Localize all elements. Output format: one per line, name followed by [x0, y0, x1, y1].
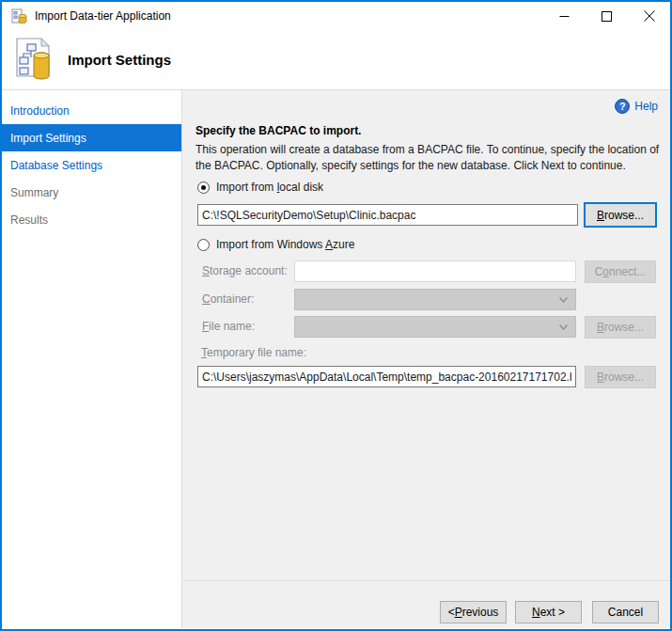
wizard-body: Introduction Import Settings Database Se…: [2, 90, 670, 628]
window-title: Import Data-tier Application: [35, 2, 171, 30]
sidebar-item-import-settings[interactable]: Import Settings: [2, 124, 181, 151]
file-name-label: File name:: [202, 320, 255, 333]
previous-button[interactable]: < Previous: [440, 601, 507, 623]
import-settings-panel: ? Help Specify the BACPAC to import. Thi…: [182, 90, 670, 628]
minimize-icon: [559, 11, 570, 22]
chevron-down-icon: [559, 297, 568, 303]
next-button[interactable]: Next >: [515, 601, 582, 623]
page-title: Import Settings: [68, 52, 171, 68]
browse-file-name-button: Browse...: [585, 316, 656, 339]
container-dropdown: [294, 289, 576, 310]
radio-azure-label: Import from Windows Azure: [216, 238, 354, 251]
storage-account-label: Storage account:: [202, 264, 288, 277]
close-icon: [644, 10, 655, 22]
temporary-file-name-label: Temporary file name:: [201, 346, 306, 359]
dac-package-icon: [11, 8, 27, 24]
maximize-button[interactable]: [586, 2, 628, 30]
chevron-down-icon: [559, 324, 568, 330]
sidebar-item-results: Results: [2, 206, 181, 233]
section-heading: Specify the BACPAC to import.: [195, 124, 361, 137]
close-button[interactable]: [628, 2, 670, 30]
temporary-file-name-input[interactable]: [197, 366, 576, 387]
sidebar-item-database-settings[interactable]: Database Settings: [2, 151, 181, 179]
browse-local-button[interactable]: Browse...: [584, 202, 657, 228]
import-data-tier-application-dialog: Import Data-tier Application Import Sett…: [0, 0, 672, 631]
help-link[interactable]: ? Help: [615, 99, 658, 114]
import-dac-icon: [13, 37, 60, 84]
help-label: Help: [634, 100, 658, 113]
cancel-button[interactable]: Cancel: [592, 601, 659, 623]
radio-unselected-icon[interactable]: [197, 239, 210, 251]
sidebar-item-summary: Summary: [2, 179, 181, 206]
wizard-steps-sidebar: Introduction Import Settings Database Se…: [2, 90, 182, 628]
minimize-button[interactable]: [543, 2, 586, 30]
import-from-local-disk-option[interactable]: Import from local disk: [197, 181, 323, 194]
section-description: This operation will create a database fr…: [195, 142, 665, 174]
wizard-footer: < Previous Next > Cancel: [182, 580, 670, 628]
maximize-icon: [602, 11, 612, 22]
file-name-dropdown: [294, 316, 576, 338]
connect-button: Connect...: [585, 260, 656, 283]
sidebar-item-introduction[interactable]: Introduction: [2, 97, 181, 124]
browse-temporary-file-button: Browse...: [585, 366, 656, 388]
import-from-windows-azure-option[interactable]: Import from Windows Azure: [197, 238, 354, 251]
radio-selected-icon[interactable]: [197, 181, 210, 194]
bacpac-path-input[interactable]: [197, 204, 578, 226]
help-icon: ?: [615, 99, 630, 114]
radio-local-disk-label: Import from local disk: [216, 181, 323, 194]
wizard-header: Import Settings: [2, 30, 670, 90]
storage-account-input: [294, 260, 576, 282]
title-bar[interactable]: Import Data-tier Application: [2, 2, 670, 30]
window-controls: [543, 2, 670, 30]
container-label: Container:: [202, 292, 254, 306]
